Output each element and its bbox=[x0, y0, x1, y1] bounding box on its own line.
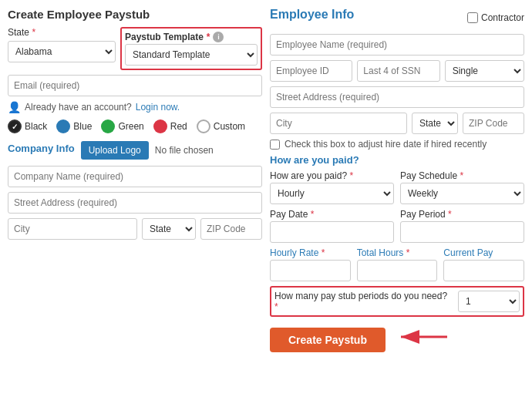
employee-name-field[interactable] bbox=[270, 34, 524, 56]
template-info-icon[interactable]: i bbox=[213, 32, 224, 42]
stubs-row: How many pay stub periods do you need? *… bbox=[274, 291, 520, 312]
hourly-rate-group: Hourly Rate * 20 bbox=[270, 247, 351, 281]
company-name-field[interactable] bbox=[8, 166, 262, 187]
pay-date-group: Pay Date * 05/19/2021 bbox=[270, 209, 394, 243]
hourly-rate-label: Hourly Rate * bbox=[270, 247, 351, 258]
color-green[interactable]: Green bbox=[101, 119, 143, 133]
marital-status-select[interactable]: Single bbox=[445, 60, 524, 82]
color-custom-label: Custom bbox=[214, 121, 245, 132]
email-field[interactable] bbox=[8, 75, 262, 96]
employee-id-field[interactable] bbox=[270, 60, 352, 82]
color-black[interactable]: ✓ Black bbox=[8, 119, 47, 133]
pay-period-field[interactable]: 05/13/2021 - 05/19/2021 bbox=[400, 221, 524, 243]
company-header: Company Info Upload Logo No file chosen bbox=[8, 141, 262, 160]
upload-logo-button[interactable]: Upload Logo bbox=[81, 141, 149, 160]
arrow-indicator bbox=[393, 325, 455, 348]
left-panel: Create Employee Paystub State * Alabama … bbox=[8, 8, 262, 399]
hire-date-label: Check this box to adjust hire date if hi… bbox=[285, 139, 487, 150]
ssn-field[interactable] bbox=[357, 60, 439, 82]
employee-city-field[interactable] bbox=[270, 113, 407, 134]
color-red[interactable]: Red bbox=[153, 119, 187, 133]
color-selector: ✓ Black Blue Green Red Custom bbox=[8, 119, 262, 133]
total-hours-label: Total Hours * bbox=[357, 247, 438, 258]
pay-period-label: Pay Period * bbox=[400, 209, 524, 220]
right-panel: Employee Info Contractor Single S bbox=[270, 8, 524, 399]
login-link[interactable]: Login now. bbox=[136, 102, 180, 113]
pay-period-group: Pay Period * 05/13/2021 - 05/19/2021 bbox=[400, 209, 524, 243]
total-hours-group: Total Hours * 40 bbox=[357, 247, 438, 281]
current-pay-field[interactable] bbox=[443, 260, 524, 281]
template-label: Paystub Template bbox=[125, 32, 204, 42]
company-zip-field[interactable] bbox=[200, 218, 262, 240]
page-title: Create Employee Paystub bbox=[8, 8, 262, 21]
total-hours-field[interactable]: 40 bbox=[357, 260, 438, 281]
user-icon: 👤 bbox=[8, 101, 21, 113]
employee-street-field[interactable] bbox=[270, 86, 524, 108]
color-blue[interactable]: Blue bbox=[56, 119, 92, 133]
contractor-label: Contractor bbox=[481, 12, 524, 23]
how-paid-select[interactable]: Hourly bbox=[270, 183, 394, 204]
right-header: Employee Info Contractor bbox=[270, 8, 524, 28]
login-text: Already have an account? bbox=[25, 102, 132, 113]
login-row: 👤 Already have an account? Login now. bbox=[8, 101, 262, 113]
stubs-label: How many pay stub periods do you need? * bbox=[274, 291, 452, 312]
color-black-label: Black bbox=[25, 121, 47, 132]
state-label: State bbox=[8, 27, 29, 38]
color-custom[interactable]: Custom bbox=[197, 119, 245, 133]
contractor-checkbox[interactable] bbox=[467, 12, 478, 23]
pay-schedule-select[interactable]: Weekly bbox=[400, 183, 524, 204]
contractor-row: Contractor bbox=[467, 12, 524, 23]
pay-date-label: Pay Date * bbox=[270, 209, 394, 220]
hourly-rate-field[interactable]: 20 bbox=[270, 260, 351, 281]
state-select[interactable]: Alabama bbox=[8, 41, 116, 62]
company-title: Company Info bbox=[8, 143, 75, 154]
create-paystub-button[interactable]: Create Paystub bbox=[270, 328, 386, 352]
color-green-label: Green bbox=[118, 121, 143, 132]
black-check: ✓ bbox=[12, 123, 18, 131]
stubs-section: How many pay stub periods do you need? *… bbox=[270, 286, 524, 317]
employee-info-title: Employee Info bbox=[270, 8, 354, 22]
no-file-label: No file chosen bbox=[155, 145, 214, 156]
how-paid-label: How are you paid? * bbox=[270, 170, 394, 181]
state-required: * bbox=[32, 27, 35, 38]
current-pay-group: Current Pay bbox=[443, 247, 524, 281]
company-state-select[interactable]: State bbox=[142, 218, 196, 240]
employee-state-select[interactable]: State bbox=[412, 113, 458, 134]
pay-schedule-label: Pay Schedule * bbox=[400, 170, 524, 181]
company-city-field[interactable] bbox=[8, 218, 137, 240]
hire-date-row: Check this box to adjust hire date if hi… bbox=[270, 139, 524, 150]
hire-date-checkbox[interactable] bbox=[270, 140, 280, 150]
how-paid-group: How are you paid? * Hourly bbox=[270, 170, 394, 204]
current-pay-label: Current Pay bbox=[443, 247, 524, 258]
template-select[interactable]: Standard Template bbox=[125, 44, 258, 66]
color-red-label: Red bbox=[170, 121, 187, 132]
color-blue-label: Blue bbox=[73, 121, 92, 132]
pay-schedule-group: Pay Schedule * Weekly bbox=[400, 170, 524, 204]
employee-zip-field[interactable] bbox=[463, 113, 524, 134]
company-street-field[interactable] bbox=[8, 192, 262, 214]
pay-section-title: How are you paid? bbox=[270, 154, 524, 166]
pay-date-field[interactable]: 05/19/2021 bbox=[270, 221, 394, 243]
stubs-select[interactable]: 1 bbox=[458, 291, 520, 312]
